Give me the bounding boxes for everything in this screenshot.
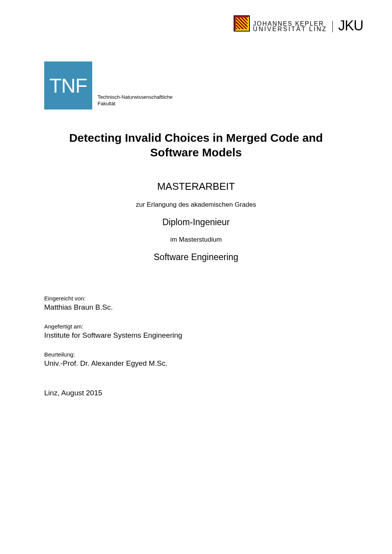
university-name-line2: UNIVERSITÄT LINZ [253, 26, 327, 32]
thesis-type: MASTERARBEIT [44, 181, 348, 192]
title-block: Detecting Invalid Choices in Merged Code… [44, 131, 348, 262]
logo-divider [332, 21, 333, 32]
faculty-block: TNF Technisch-Naturwissenschaftliche Fak… [44, 61, 348, 109]
date-location: Linz, August 2015 [44, 389, 348, 397]
faculty-name-line2: Fakultät [98, 101, 173, 107]
university-name: JOHANNES KEPLER UNIVERSITÄT LINZ [253, 21, 327, 32]
submission-details: Eingereicht von: Matthias Braun B.Sc. An… [44, 295, 348, 397]
faculty-name: Technisch-Naturwissenschaftliche Fakultä… [98, 94, 173, 109]
faculty-name-line1: Technisch-Naturwissenschaftliche [98, 94, 173, 101]
submitted-by-value: Matthias Braun B.Sc. [44, 303, 348, 312]
degree-name: Diplom-Ingenieur [44, 217, 348, 227]
institute-group: Angefertigt am: Institute for Software S… [44, 323, 348, 340]
institute-label: Angefertigt am: [44, 323, 348, 330]
thesis-title: Detecting Invalid Choices in Merged Code… [44, 131, 348, 159]
thesis-title-page: JOHANNES KEPLER UNIVERSITÄT LINZ JKU TNF… [0, 0, 392, 554]
jku-crest-icon [234, 15, 250, 32]
evaluation-value: Univ.-Prof. Dr. Alexander Egyed M.Sc. [44, 359, 348, 368]
university-logo-block: JOHANNES KEPLER UNIVERSITÄT LINZ JKU [234, 15, 363, 35]
tnf-logo-box: TNF [44, 61, 92, 109]
program-prefix: im Masterstudium [44, 236, 348, 244]
submitted-by-label: Eingereicht von: [44, 295, 348, 302]
evaluation-group: Beurteilung: Univ.-Prof. Dr. Alexander E… [44, 351, 348, 368]
institute-value: Institute for Software Systems Engineeri… [44, 331, 348, 340]
thesis-purpose: zur Erlangung des akademischen Grades [44, 201, 348, 209]
program-name: Software Engineering [44, 252, 348, 262]
submitted-by-group: Eingereicht von: Matthias Braun B.Sc. [44, 295, 348, 312]
jku-wordmark: JKU [338, 18, 363, 34]
evaluation-label: Beurteilung: [44, 351, 348, 358]
